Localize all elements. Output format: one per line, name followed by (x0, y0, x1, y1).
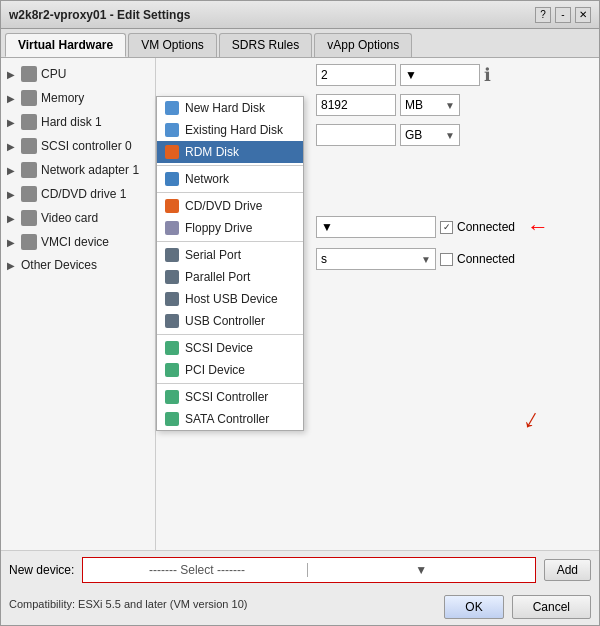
memory-label: Memory (41, 91, 84, 105)
disk-unit-select[interactable]: GB ▼ (400, 124, 460, 146)
memory-unit-select[interactable]: MB ▼ (400, 94, 460, 116)
rdm-disk-label: RDM Disk (185, 145, 239, 159)
dropdown-item-new-hard-disk[interactable]: New Hard Disk (157, 97, 303, 119)
dropdown-item-host-usb[interactable]: Host USB Device (157, 288, 303, 310)
dropdown-item-usb-ctrl[interactable]: USB Controller (157, 310, 303, 332)
network-dd-label: Network (185, 172, 229, 186)
scsi-label: SCSI controller 0 (41, 139, 132, 153)
tab-vm-options[interactable]: VM Options (128, 33, 217, 57)
cpu-label: CPU (41, 67, 66, 81)
pci-label: PCI Device (185, 363, 245, 377)
divider3 (157, 241, 303, 242)
content-area: ▶ CPU ▶ Memory ▶ Hard disk 1 ▶ SCSI cont… (1, 58, 599, 550)
compat-label: Compatibility: ESXi 5.5 and later (VM ve… (9, 598, 247, 610)
dropdown-item-rdm-disk[interactable]: RDM Disk (157, 141, 303, 163)
dropdown-item-sata[interactable]: SATA Controller (157, 408, 303, 430)
red-arrow-right: ← (527, 214, 549, 240)
dropdown-item-cddvd[interactable]: CD/DVD Drive (157, 195, 303, 217)
serial-label: Serial Port (185, 248, 241, 262)
floppy-label: Floppy Drive (185, 221, 252, 235)
sata-label: SATA Controller (185, 412, 269, 426)
exist-disk-icon (165, 123, 179, 137)
connected-text1: Connected (457, 220, 515, 234)
cancel-button[interactable]: Cancel (512, 595, 591, 619)
divider2 (157, 192, 303, 193)
cd-dd-icon (165, 199, 179, 213)
expand-arrow: ▶ (7, 93, 15, 104)
info-icon: ℹ (484, 64, 491, 86)
connected-checkbox2[interactable] (440, 253, 453, 266)
close-button[interactable]: ✕ (575, 7, 591, 23)
expand-arrow: ▶ (7, 165, 15, 176)
connected-checkbox1[interactable] (440, 221, 453, 234)
tab-sdrs-rules[interactable]: SDRS Rules (219, 33, 312, 57)
vmci-label: VMCI device (41, 235, 109, 249)
cd-icon (21, 186, 37, 202)
sidebar-item-memory[interactable]: ▶ Memory (1, 86, 155, 110)
disk-size-field[interactable] (316, 124, 396, 146)
net-icon (21, 162, 37, 178)
connected-row2: Connected (440, 252, 515, 266)
parallel-icon (165, 270, 179, 284)
help-button[interactable]: ? (535, 7, 551, 23)
add-button[interactable]: Add (544, 559, 591, 581)
dropdown-item-parallel[interactable]: Parallel Port (157, 266, 303, 288)
sidebar-item-hard-disk[interactable]: ▶ Hard disk 1 (1, 110, 155, 134)
network-type-select[interactable]: ▼ (316, 216, 436, 238)
ok-button[interactable]: OK (444, 595, 503, 619)
new-device-select[interactable]: ------- Select ------- ▼ (82, 557, 535, 583)
dropdown-item-serial[interactable]: Serial Port (157, 244, 303, 266)
new-disk-icon (165, 101, 179, 115)
dropdown-item-scsi-device[interactable]: SCSI Device (157, 337, 303, 359)
select-caret-icon: ▼ (307, 563, 531, 577)
expand-arrow: ▶ (7, 189, 15, 200)
divider4 (157, 334, 303, 335)
sidebar-item-cddvd[interactable]: ▶ CD/DVD drive 1 (1, 182, 155, 206)
memory-icon (21, 90, 37, 106)
dropdown-item-scsi-ctrl[interactable]: SCSI Controller (157, 386, 303, 408)
right-area: 2 ▼ ℹ 8192 MB ▼ (156, 58, 599, 550)
usb-ctrl-icon (165, 314, 179, 328)
sidebar-item-cpu[interactable]: ▶ CPU (1, 62, 155, 86)
cpu-row: 2 ▼ ℹ (164, 64, 591, 86)
usb-host-icon (165, 292, 179, 306)
dropdown-menu: New Hard Disk Existing Hard Disk RDM Dis… (156, 96, 304, 431)
sidebar-item-vmci[interactable]: ▶ VMCI device (1, 230, 155, 254)
dropdown-item-existing-hard-disk[interactable]: Existing Hard Disk (157, 119, 303, 141)
minimize-button[interactable]: - (555, 7, 571, 23)
sidebar-item-videocard[interactable]: ▶ Video card (1, 206, 155, 230)
new-hard-disk-label: New Hard Disk (185, 101, 265, 115)
dropdown-item-network[interactable]: Network (157, 168, 303, 190)
dialog-buttons: OK Cancel (444, 595, 591, 619)
tab-vapp-options[interactable]: vApp Options (314, 33, 412, 57)
scsi-device-label: SCSI Device (185, 341, 253, 355)
tab-virtual-hardware[interactable]: Virtual Hardware (5, 33, 126, 57)
other-label: Other Devices (21, 258, 97, 272)
memory-value-field[interactable]: 8192 (316, 94, 396, 116)
dropdown-item-pci[interactable]: PCI Device (157, 359, 303, 381)
host-usb-label: Host USB Device (185, 292, 278, 306)
pci-icon (165, 363, 179, 377)
sidebar-item-other-devices[interactable]: ▶ Other Devices (1, 254, 155, 276)
cddvd-label: CD/DVD Drive (185, 199, 262, 213)
expand-arrow: ▶ (7, 141, 15, 152)
sidebar-item-scsi[interactable]: ▶ SCSI controller 0 (1, 134, 155, 158)
network-select2[interactable]: s ▼ (316, 248, 436, 270)
net-dd-icon (165, 172, 179, 186)
existing-hard-disk-label: Existing Hard Disk (185, 123, 283, 137)
connected-text2: Connected (457, 252, 515, 266)
sidebar-item-network[interactable]: ▶ Network adapter 1 (1, 158, 155, 182)
rdm-icon (165, 145, 179, 159)
cpu-icon (21, 66, 37, 82)
expand-arrow: ▶ (7, 213, 15, 224)
cpu-select[interactable]: ▼ (400, 64, 480, 86)
sata-icon (165, 412, 179, 426)
cpu-value-field[interactable]: 2 (316, 64, 396, 86)
dropdown-item-floppy[interactable]: Floppy Drive (157, 217, 303, 239)
new-device-row: New device: ------- Select ------- ▼ Add (9, 557, 591, 583)
scsi-ctrl-label: SCSI Controller (185, 390, 268, 404)
connected-row1: true Connected (440, 220, 515, 234)
video-icon (21, 210, 37, 226)
window-title: w2k8r2-vproxy01 - Edit Settings (9, 8, 190, 22)
divider1 (157, 165, 303, 166)
